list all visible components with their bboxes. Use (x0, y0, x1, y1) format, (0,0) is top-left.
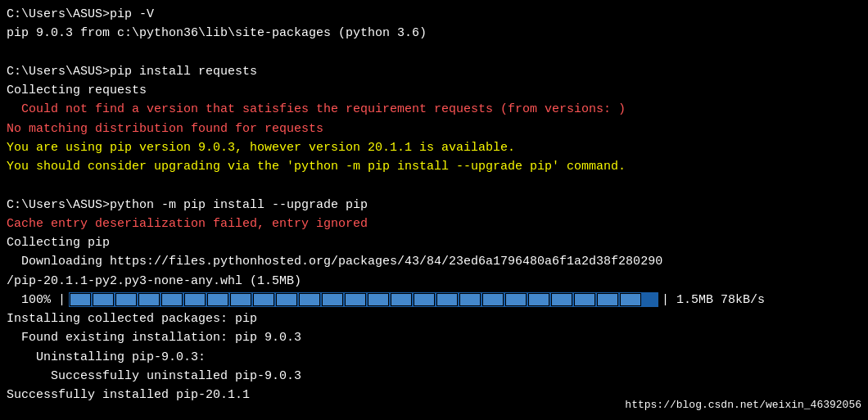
line-warn1: You are using pip version 9.0.3, however… (7, 138, 861, 157)
seg2 (93, 293, 114, 306)
seg6 (184, 293, 206, 306)
seg17 (436, 293, 458, 306)
seg5 (161, 293, 183, 306)
progress-bar-inner (69, 292, 658, 307)
seg20 (505, 293, 527, 306)
seg9 (253, 293, 274, 306)
seg21 (528, 293, 549, 306)
line-cmd3: C:\Users\ASUS>python -m pip install --up… (7, 196, 861, 215)
seg25 (620, 293, 641, 306)
line-found-existing: Found existing installation: pip 9.0.3 (7, 328, 861, 347)
watermark: https://blog.csdn.net/weixin_46392056 (625, 397, 861, 413)
seg8 (230, 293, 251, 306)
seg24 (597, 293, 618, 306)
line-cmd1: C:\Users\ASUS>pip -V (7, 5, 861, 24)
seg4 (138, 293, 160, 306)
progress-bar (69, 292, 658, 307)
line-pip-version: pip 9.0.3 from c:\python36\lib\site-pack… (7, 24, 861, 43)
line-error2: No matching distribution found for reque… (7, 120, 861, 138)
line-uninstalling: Uninstalling pip-9.0.3: (7, 348, 861, 367)
line-cache-warn: Cache entry deserialization failed, entr… (7, 215, 861, 233)
line-uninstall-success: Successfully uninstalled pip-9.0.3 (7, 367, 861, 386)
line-collecting2: Collecting pip (7, 233, 861, 252)
line-blank1 (7, 43, 861, 62)
seg14 (368, 293, 389, 306)
line-collecting: Collecting requests (7, 81, 861, 100)
seg1 (70, 293, 91, 306)
progress-bar-row: 100% | (7, 291, 861, 309)
terminal-window: C:\Users\ASUS>pip -V pip 9.0.3 from c:\p… (0, 0, 868, 420)
line-blank2 (7, 176, 861, 195)
line-warn2: You should consider upgrading via the 'p… (7, 157, 861, 176)
seg13 (345, 293, 366, 306)
seg19 (482, 293, 504, 306)
seg23 (574, 293, 595, 306)
line-cmd2: C:\Users\ASUS>pip install requests (7, 62, 861, 81)
seg3 (115, 293, 137, 306)
line-filename: /pip-20.1.1-py2.py3-none-any.whl (1.5MB) (7, 272, 861, 291)
line-downloading: Downloading https://files.pythonhosted.o… (7, 252, 861, 271)
seg7 (207, 293, 228, 306)
seg11 (299, 293, 320, 306)
progress-label: 100% (7, 291, 51, 309)
progress-size: 1.5MB 78kB/s (676, 291, 765, 309)
seg15 (391, 293, 412, 306)
line-installed-collecting: Installing collected packages: pip (7, 309, 861, 328)
seg12 (322, 293, 343, 306)
seg10 (276, 293, 297, 306)
seg16 (414, 293, 435, 306)
line-error1: Could not find a version that satisfies … (7, 100, 861, 119)
seg18 (459, 293, 481, 306)
seg22 (551, 293, 572, 306)
